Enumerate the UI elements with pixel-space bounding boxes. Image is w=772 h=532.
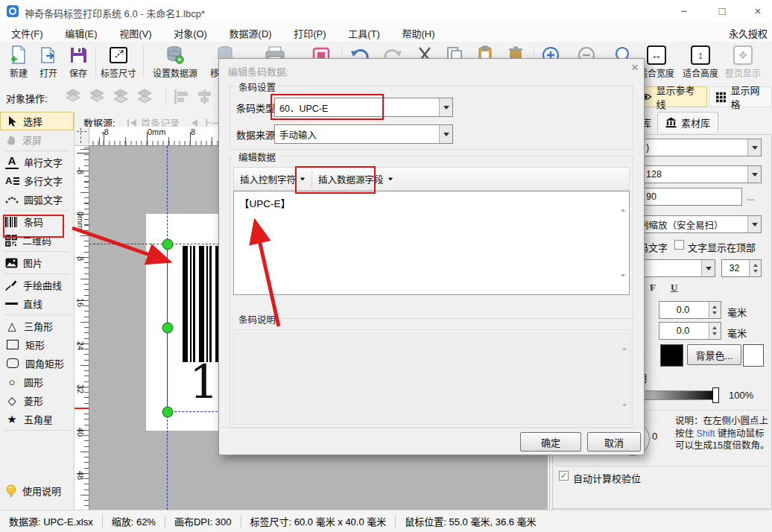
barcode-digit: 1 [189,359,218,405]
single-line-text-icon: A [5,156,19,169]
set-datasource-button[interactable]: 设置数据源 [149,44,201,79]
background-color-button[interactable]: 背景色... [687,344,741,365]
text-on-top-checkbox[interactable] [674,240,684,250]
opacity-slider-track[interactable] [642,390,718,400]
menu-datasource[interactable]: 数据源(D) [220,22,282,42]
full-page-button: ✥ 整页显示 [721,44,765,79]
save-button[interactable]: 保存 [64,44,92,79]
more-button[interactable]: ... [747,191,755,203]
label-size-button[interactable]: 标签尺寸 [98,44,139,79]
sidebar-item-star[interactable]: ★ 五角星 [0,410,74,428]
database-icon [149,44,201,66]
chevron-down-icon[interactable] [439,98,452,116]
window-title: 神奇条码标签打印系统 6.0 - 未命名1.lbcp* [25,6,205,20]
chevron-down-icon[interactable] [439,125,452,143]
image-icon [5,258,18,268]
chevron-down-icon[interactable] [747,216,761,232]
scroll-down-icon[interactable] [621,277,625,288]
data-source-select[interactable]: 手动输入 [274,124,453,144]
spinner-arrows[interactable] [749,260,761,276]
show-grid-toggle[interactable]: 显示网格 [709,86,772,107]
foreground-color-swatch[interactable] [660,344,683,367]
chevron-down-icon[interactable] [701,260,715,276]
x-offset-spinner[interactable]: 0.0 [659,301,721,319]
triangle-icon: △ [5,320,19,333]
sidebar-item-circle[interactable]: ○ 圆形 [0,373,74,391]
barcode-note-group: 条码说明 [230,318,633,428]
chevron-down-icon[interactable] [747,139,761,156]
app-logo-icon [7,5,19,17]
sidebar-item-line[interactable]: 直线 [0,294,74,313]
status-mouse-position: 鼠标位置: 55.0 毫米, 36.6 毫米 [396,514,545,528]
new-button[interactable]: 新建 [4,44,33,79]
multi-line-text-icon: A [5,175,19,186]
spinner-arrows[interactable] [709,323,721,339]
sidebar-item-arc-text[interactable]: 圆弧文字 [0,190,74,209]
font-size-spinner[interactable]: 32 [721,259,762,277]
opacity-slider-thumb[interactable] [712,387,719,403]
minimize-button[interactable]: − [679,4,689,18]
format-f-button[interactable]: F [650,282,656,294]
text-on-top-label: 文字显示在顶部 [688,240,756,254]
scroll-down-icon[interactable] [622,407,627,418]
layer-order-icons [63,88,159,106]
sidebar-item-rounded-rectangle[interactable]: 圆角矩形 [0,354,74,373]
menu-edit[interactable]: 编辑(E) [55,22,107,42]
sidebar-item-triangle[interactable]: △ 三角形 [0,317,74,335]
dialog-close-icon[interactable]: × [627,60,642,75]
rotation-help-note: 说明：在左侧小圆点上按住 Shift 键拖动鼠标可以生成15度倍数角。 [675,415,772,452]
arc-text-icon [5,195,19,204]
menu-object[interactable]: 对象(O) [164,22,217,42]
opacity-value: 100% [729,390,753,401]
align-icons [173,88,225,106]
mouse-position-marker [75,408,89,409]
vertical-ruler: -8 0mm 8 16 24 32 40 48 [75,146,89,510]
save-icon [64,44,92,66]
menu-tools[interactable]: 工具(T) [338,22,390,42]
format-underline-button[interactable]: U [671,282,677,294]
auto-checksum-checkbox[interactable]: ✓ [559,471,569,481]
sidebar-item-select[interactable]: 选择 [0,112,74,130]
sidebar-item-single-line-text[interactable]: A 单行文字 [0,153,74,171]
menu-file[interactable]: 文件(F) [1,22,53,42]
y-offset-unit: 毫米 [727,326,747,340]
shift-key-text: Shift [696,428,715,439]
cancel-button[interactable]: 取消 [587,432,641,452]
chevron-down-icon [387,177,392,180]
pen-icon [5,279,18,291]
sidebar-item-rectangle[interactable]: 矩形 [0,335,74,354]
maximize-button[interactable]: □ [717,4,727,18]
help-button[interactable]: 使用说明 [0,481,80,500]
guide-line-vertical-bottom [167,412,168,510]
menu-help[interactable]: 帮助(H) [392,22,444,42]
menu-view[interactable]: 视图(V) [110,22,161,42]
resize-handle-middle-left[interactable] [162,323,174,334]
object-ops-label: 对象操作: [6,91,48,105]
status-datasource: 数据源: UPC-E.xlsx [0,514,102,528]
resize-handle-bottom-left[interactable] [162,407,174,418]
sidebar-item-multi-line-text[interactable]: A 多行文字 [0,171,74,190]
lightbulb-icon [5,484,17,498]
tab-material-library[interactable]: 素材库 [657,112,718,133]
barcode-data-content: 【UPC-E】 [239,195,291,210]
menu-print[interactable]: 打印(P) [284,22,335,42]
scroll-up-icon[interactable] [621,197,625,209]
resize-handle-top-left[interactable] [162,239,174,250]
barcode-data-textarea[interactable]: 【UPC-E】 [233,191,630,295]
background-color-swatch[interactable] [743,344,764,367]
close-button[interactable]: × [753,4,763,18]
ok-button[interactable]: 确定 [520,432,581,452]
data-source-label: 数据来源: [236,127,278,142]
sidebar-item-diamond[interactable]: ◇ 菱形 [0,391,74,410]
barcode-note-area [233,329,631,425]
spinner-arrows[interactable] [709,302,721,318]
fit-height-button[interactable]: ↕ 适合高度 [680,44,721,79]
scroll-up-icon[interactable] [622,336,627,347]
open-button[interactable]: 打开 [34,44,63,79]
y-offset-spinner[interactable]: 0.0 [659,322,721,340]
x-offset-unit: 毫米 [727,305,747,319]
sidebar-item-image[interactable]: 图片 [0,253,74,272]
chevron-down-icon[interactable] [747,166,761,183]
sidebar-item-freehand-curve[interactable]: 手绘曲线 [0,276,74,294]
insert-menu-strip: 插入控制字符 插入数据源字段 [233,167,630,191]
